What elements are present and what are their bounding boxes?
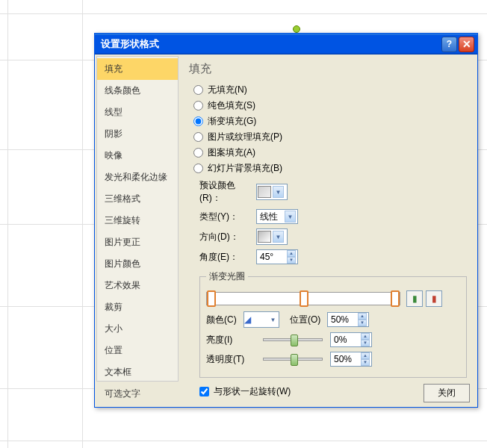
direction-button[interactable]: ▼ [256,228,288,245]
shape-rotate-handle[interactable] [293,25,300,33]
chevron-down-icon: ▼ [273,231,284,243]
chevron-down-icon: ▼ [285,211,296,223]
transparency-input[interactable] [334,354,361,364]
spin-up-icon[interactable]: ▲ [361,352,370,359]
sidebar-item-textbox[interactable]: 文本框 [97,361,178,383]
position-spinner[interactable]: ▲▼ [327,312,369,327]
format-shape-dialog: 设置形状格式 ? ✕ 填充 线条颜色 线型 阴影 映像 发光和柔化边缘 三维格式… [94,33,478,408]
label-slide-bg-fill: 幻灯片背景填充(B) [208,162,282,175]
titlebar[interactable]: 设置形状格式 ? ✕ [95,34,477,55]
chevron-down-icon: ▼ [267,314,279,326]
label-angle: 角度(E)： [199,251,256,264]
brightness-input[interactable] [334,335,361,345]
brightness-spinner[interactable]: ▲▼ [330,332,372,347]
label-gradient-fill: 渐变填充(G) [208,115,256,128]
slider-thumb[interactable] [291,354,298,366]
label-position: 位置(O) [290,314,327,326]
label-direction: 方向(D)： [199,231,256,243]
label-preset-color: 预设颜色(R)： [199,179,256,205]
angle-spinner[interactable]: ▲▼ [256,249,298,264]
spin-up-icon[interactable]: ▲ [361,333,370,340]
spin-down-icon[interactable]: ▼ [358,320,367,326]
sidebar-item-reflection[interactable]: 映像 [97,145,178,167]
type-value: 线性 [260,211,278,223]
spin-up-icon[interactable]: ▲ [358,313,367,320]
gradient-stop-1[interactable] [207,290,216,307]
gradient-stops-group: 渐变光圈 ▮ ▮ 颜色(C) ◢ ▼ [199,270,467,378]
spin-up-icon[interactable]: ▲ [287,250,296,257]
slider-thumb[interactable] [291,335,298,346]
label-rotate-with-shape: 与形状一起旋转(W) [214,385,291,398]
transparency-slider[interactable] [263,358,323,361]
gradient-stops-slider[interactable] [206,292,400,305]
gradient-stop-2[interactable] [300,290,308,307]
sidebar-item-glow[interactable]: 发光和柔化边缘 [97,167,178,188]
label-solid-fill: 纯色填充(S) [208,99,255,112]
remove-stop-button[interactable]: ▮ [426,290,442,307]
transparency-spinner[interactable]: ▲▼ [330,352,372,367]
label-transparency: 透明度(T) [206,353,255,366]
sidebar-item-shadow[interactable]: 阴影 [97,123,178,145]
add-stop-icon: ▮ [412,293,418,304]
preset-color-button[interactable]: ▼ [256,184,288,200]
brightness-slider[interactable] [263,338,323,341]
chevron-down-icon: ▼ [273,186,284,198]
color-picker-button[interactable]: ◢ ▼ [244,311,279,328]
fill-panel: 填充 无填充(N) 纯色填充(S) 渐变填充(G) 图片或纹理填充(P) 图案填… [179,55,477,383]
label-type: 类型(Y)： [199,211,256,223]
label-gradient-stops: 渐变光圈 [206,270,248,283]
radio-picture-fill[interactable] [193,132,203,142]
radio-solid-fill[interactable] [193,101,203,111]
remove-stop-icon: ▮ [432,293,437,304]
help-button[interactable]: ? [441,37,457,52]
sidebar-item-line-color[interactable]: 线条颜色 [97,80,178,102]
type-combo[interactable]: 线性 ▼ [256,209,298,224]
angle-input[interactable] [260,252,287,262]
label-no-fill: 无填充(N) [208,84,247,96]
label-brightness: 亮度(I) [206,334,255,346]
radio-gradient-fill[interactable] [193,116,203,126]
sidebar-item-3d-format[interactable]: 三维格式 [97,188,178,210]
rotate-with-shape-checkbox[interactable] [199,387,209,396]
close-button[interactable]: ✕ [459,37,474,52]
label-picture-fill: 图片或纹理填充(P) [208,131,282,143]
sidebar-item-fill[interactable]: 填充 [97,58,178,80]
sidebar-item-size[interactable]: 大小 [97,318,178,340]
position-input[interactable] [331,314,358,325]
radio-pattern-fill[interactable] [193,148,203,158]
category-sidebar: 填充 线条颜色 线型 阴影 映像 发光和柔化边缘 三维格式 三维旋转 图片更正 … [96,56,179,382]
spin-down-icon[interactable]: ▼ [361,359,370,366]
close-dialog-button[interactable]: 关闭 [424,384,470,402]
radio-slide-bg-fill[interactable] [193,164,203,173]
direction-swatch-icon [258,231,271,243]
spin-down-icon[interactable]: ▼ [361,340,370,346]
sidebar-item-picture-color[interactable]: 图片颜色 [97,253,178,275]
sidebar-item-picture-correction[interactable]: 图片更正 [97,231,178,253]
gradient-stop-3[interactable] [391,290,400,307]
preset-swatch-icon [258,186,271,198]
sidebar-item-crop[interactable]: 裁剪 [97,296,178,318]
dialog-title: 设置形状格式 [101,37,440,51]
sidebar-item-artistic[interactable]: 艺术效果 [97,275,178,296]
add-stop-button[interactable]: ▮ [406,290,423,307]
sidebar-item-alttext[interactable]: 可选文字 [97,383,178,405]
sidebar-item-line-style[interactable]: 线型 [97,102,178,123]
radio-no-fill[interactable] [193,85,203,95]
label-color: 颜色(C) [206,314,244,326]
paint-bucket-icon: ◢ [244,314,251,325]
sidebar-item-position[interactable]: 位置 [97,340,178,361]
label-pattern-fill: 图案填充(A) [208,146,255,159]
sidebar-item-3d-rotation[interactable]: 三维旋转 [97,210,178,231]
section-heading: 填充 [189,62,467,76]
spin-down-icon[interactable]: ▼ [287,257,296,264]
